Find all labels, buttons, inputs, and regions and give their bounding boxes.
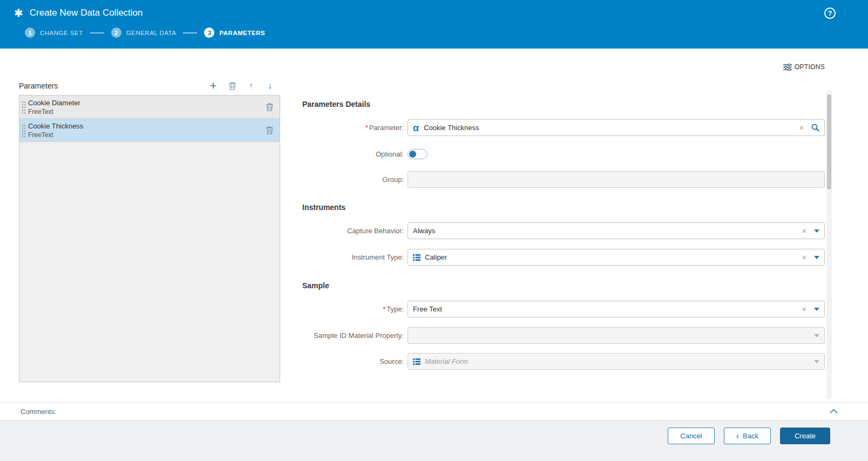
source-row: Source: Material Form — [302, 353, 825, 370]
instrument-type-value: Caliper — [425, 253, 799, 261]
clear-icon[interactable]: × — [799, 124, 804, 132]
sample-id-row: Sample ID Material Property: — [302, 327, 825, 344]
table-icon — [413, 254, 421, 261]
group-label: Group: — [302, 175, 404, 184]
parameters-panel: Parameters + ↑ ↓ Cookie Diameter FreeTex… — [19, 79, 280, 382]
move-up-button[interactable]: ↑ — [246, 80, 256, 91]
required-asterisk: * — [365, 124, 368, 132]
clear-icon[interactable]: × — [802, 227, 806, 235]
drag-handle-icon[interactable] — [22, 124, 25, 137]
chevron-up-icon[interactable] — [830, 409, 838, 413]
back-button[interactable]: ‹ Back — [724, 428, 771, 444]
clear-icon[interactable]: × — [802, 254, 806, 261]
main-content: OPTIONS Parameters + ↑ ↓ Cook — [0, 49, 868, 402]
back-button-label: Back — [743, 432, 758, 440]
chevron-down-icon[interactable] — [814, 308, 819, 311]
step-2-label: GENERAL DATA — [126, 30, 177, 36]
chevron-down-icon[interactable] — [814, 334, 819, 337]
create-data-collection-window: ✱ Create New Data Collection ? 1 CHANGE … — [0, 0, 868, 461]
capture-behavior-label: Capture Behavior: — [302, 227, 404, 235]
instrument-type-label: Instrument Type: — [302, 253, 404, 261]
capture-behavior-value: Always — [413, 227, 799, 235]
parameter-value: Cookie Thickness — [424, 124, 796, 132]
source-placeholder: Material Form — [425, 357, 810, 365]
app-asterisk-icon: ✱ — [14, 8, 23, 18]
create-button[interactable]: Create — [780, 428, 830, 444]
chevron-down-icon[interactable] — [814, 360, 819, 363]
sample-type-row: *Type: Free Text × — [302, 301, 825, 317]
section-heading-parameters-details: Parameters Details — [302, 100, 370, 109]
search-icon[interactable] — [811, 124, 819, 132]
chevron-down-icon[interactable] — [814, 256, 819, 259]
source-dropdown[interactable]: Material Form — [408, 353, 825, 370]
toggle-knob — [409, 151, 416, 158]
chevron-down-icon[interactable] — [814, 229, 819, 233]
delete-parameter-button[interactable] — [227, 80, 237, 91]
optional-row: Optional: — [302, 149, 825, 159]
step-2-circle: 2 — [111, 28, 121, 38]
required-asterisk: * — [383, 305, 385, 313]
group-row: Group: — [302, 171, 825, 188]
parameter-row: *Parameter: α Cookie Thickness × — [302, 119, 825, 136]
step-1-label: CHANGE SET — [40, 30, 83, 36]
chevron-left-icon: ‹ — [736, 432, 739, 440]
comments-label: Comments: — [21, 408, 56, 416]
sample-type-label: *Type: — [302, 305, 404, 313]
alpha-type-icon: α — [413, 123, 419, 133]
sample-type-value: Free Text — [413, 305, 799, 313]
step-3-circle: 3 — [204, 28, 214, 38]
wizard-steps: 1 CHANGE SET 2 GENERAL DATA 3 PARAMETERS — [25, 28, 868, 38]
parameter-name: Cookie Thickness — [28, 122, 83, 130]
step-connector — [90, 32, 104, 33]
list-item-cookie-diameter[interactable]: Cookie Diameter FreeText — [19, 96, 280, 119]
parameters-panel-title: Parameters — [19, 82, 58, 90]
sample-type-dropdown[interactable]: Free Text × — [408, 301, 825, 317]
parameters-list: Cookie Diameter FreeText Cookie Thicknes… — [19, 95, 280, 382]
instrument-type-row: Instrument Type: Caliper × — [302, 249, 825, 266]
capture-behavior-row: Capture Behavior: Always × — [302, 222, 825, 239]
instrument-type-dropdown[interactable]: Caliper × — [408, 249, 825, 266]
sample-id-label: Sample ID Material Property: — [302, 331, 404, 340]
parameter-type: FreeText — [28, 108, 80, 116]
scrollbar-thumb[interactable] — [827, 94, 831, 189]
sample-id-dropdown[interactable] — [408, 327, 825, 344]
drag-handle-icon[interactable] — [22, 101, 25, 114]
help-icon[interactable]: ? — [824, 8, 836, 19]
table-icon — [413, 358, 421, 365]
footer-bar: Cancel ‹ Back Create — [0, 420, 868, 461]
optional-label: Optional: — [302, 150, 404, 158]
move-down-button[interactable]: ↓ — [265, 80, 275, 91]
section-heading-instruments: Instruments — [302, 203, 345, 212]
parameter-field[interactable]: α Cookie Thickness × — [408, 119, 825, 136]
add-parameter-button[interactable]: + — [208, 80, 218, 91]
parameter-name: Cookie Diameter — [28, 99, 80, 107]
group-field[interactable] — [408, 171, 825, 188]
step-parameters[interactable]: 3 PARAMETERS — [204, 28, 265, 38]
comments-bar: Comments: — [0, 402, 868, 420]
optional-toggle[interactable] — [408, 149, 428, 159]
delete-item-icon[interactable] — [266, 126, 273, 134]
step-3-label: PARAMETERS — [219, 30, 265, 36]
list-item-cookie-thickness[interactable]: Cookie Thickness FreeText — [19, 119, 280, 142]
delete-item-icon[interactable] — [266, 103, 273, 111]
parameter-label: *Parameter: — [302, 124, 404, 132]
clear-icon[interactable]: × — [802, 306, 806, 313]
section-heading-sample: Sample — [302, 281, 329, 290]
source-label: Source: — [302, 357, 404, 365]
cancel-button[interactable]: Cancel — [668, 428, 714, 444]
parameter-details-form: Parameters Details *Parameter: α Cookie … — [302, 49, 825, 402]
parameter-type: FreeText — [28, 131, 83, 139]
step-general-data[interactable]: 2 GENERAL DATA — [111, 28, 177, 38]
step-change-set[interactable]: 1 CHANGE SET — [25, 28, 83, 38]
page-title: Create New Data Collection — [30, 8, 143, 18]
step-connector — [183, 32, 197, 33]
vertical-scrollbar[interactable] — [826, 91, 832, 399]
step-1-circle: 1 — [25, 28, 35, 38]
capture-behavior-dropdown[interactable]: Always × — [408, 222, 825, 239]
header-bar: ✱ Create New Data Collection ? 1 CHANGE … — [0, 0, 868, 49]
